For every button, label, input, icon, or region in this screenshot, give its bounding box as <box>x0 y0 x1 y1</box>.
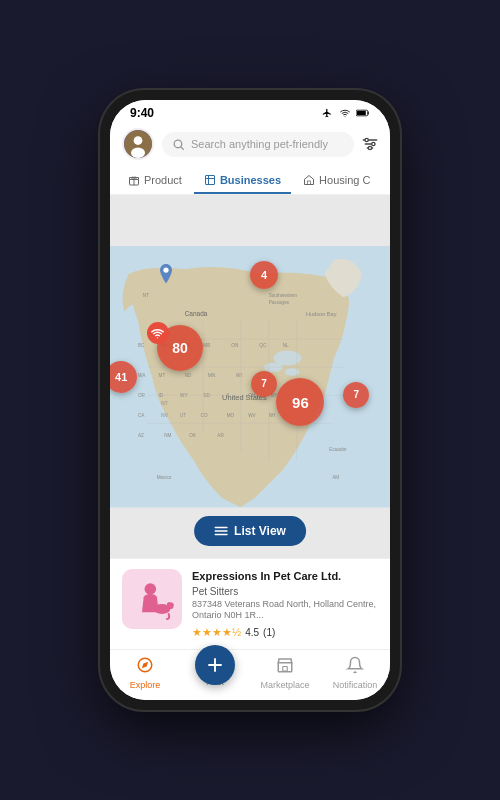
svg-text:Southwestern: Southwestern <box>269 293 298 298</box>
bottom-nav: Explore Post <box>110 649 390 700</box>
svg-text:NT: NT <box>161 401 167 406</box>
phone-screen: 9:40 <box>110 100 390 700</box>
svg-text:QC: QC <box>259 343 267 348</box>
svg-point-11 <box>368 146 371 149</box>
svg-text:NH: NH <box>269 413 276 418</box>
svg-text:ON: ON <box>231 343 238 348</box>
svg-rect-1 <box>357 111 366 115</box>
tab-housing-label: Housing C <box>319 174 370 186</box>
svg-text:IL: IL <box>227 393 231 398</box>
svg-text:WY: WY <box>180 393 188 398</box>
svg-text:Ecuador: Ecuador <box>329 447 347 452</box>
building-icon <box>204 174 216 186</box>
svg-rect-81 <box>283 667 288 672</box>
search-bar[interactable]: Search anything pet-friendly <box>162 132 354 157</box>
wifi-pin <box>147 322 169 344</box>
bell-icon <box>346 656 364 678</box>
svg-text:CO: CO <box>201 413 208 418</box>
svg-text:CA: CA <box>138 413 145 418</box>
svg-text:Mexico: Mexico <box>157 475 172 480</box>
svg-text:MB: MB <box>203 343 210 348</box>
phone-device: 9:40 <box>100 90 400 710</box>
business-card-content: Expressions In Pet Care Ltd. Pet Sitters… <box>192 569 378 639</box>
tab-product[interactable]: Product <box>118 168 192 194</box>
header: Search anything pet-friendly <box>110 124 390 168</box>
rating-count: (1) <box>263 627 275 638</box>
svg-text:WI: WI <box>236 373 242 378</box>
status-bar: 9:40 <box>110 100 390 124</box>
filter-icon <box>362 137 378 151</box>
svg-text:Canada: Canada <box>185 310 208 317</box>
filter-button[interactable] <box>362 137 378 151</box>
tab-businesses[interactable]: Businesses <box>194 168 291 194</box>
gift-icon <box>128 174 140 186</box>
nav-marketplace-label: Marketplace <box>260 680 309 690</box>
post-fab-button[interactable] <box>195 645 235 685</box>
svg-point-19 <box>285 368 300 375</box>
list-view-button[interactable]: List View <box>194 516 306 546</box>
svg-text:AM: AM <box>332 475 339 480</box>
svg-point-3 <box>134 136 143 145</box>
svg-text:OK: OK <box>189 433 197 438</box>
home-icon <box>303 174 315 186</box>
nav-explore-label: Explore <box>130 680 161 690</box>
svg-text:ID: ID <box>159 393 164 398</box>
svg-point-4 <box>131 148 145 159</box>
nav-notifications[interactable]: Notification <box>320 656 390 690</box>
svg-text:NT: NT <box>143 293 149 298</box>
rating-stars: ★★★★½ <box>192 626 241 639</box>
svg-text:WV: WV <box>248 413 256 418</box>
business-rating: ★★★★½ 4.5 (1) <box>192 626 378 639</box>
status-icons <box>320 108 370 118</box>
svg-text:WA: WA <box>138 373 146 378</box>
nav-explore[interactable]: Explore <box>110 656 180 690</box>
map-cluster-4[interactable]: 4 <box>250 261 278 289</box>
svg-text:NV: NV <box>161 413 168 418</box>
rating-value: 4.5 <box>245 627 259 638</box>
map-cluster-7-left[interactable]: 7 <box>251 371 277 397</box>
tab-housing[interactable]: Housing C <box>293 168 380 194</box>
nav-post-spacer: Post <box>180 659 250 687</box>
svg-text:SD: SD <box>203 393 210 398</box>
list-icon <box>214 525 228 537</box>
avatar-image <box>124 130 152 158</box>
location-pin <box>157 264 175 293</box>
svg-point-76 <box>170 603 173 606</box>
tabs-bar: Product Businesses Housing C <box>110 168 390 195</box>
nav-marketplace[interactable]: Marketplace <box>250 656 320 690</box>
search-icon <box>172 138 185 151</box>
svg-text:OH: OH <box>248 393 255 398</box>
svg-point-73 <box>145 583 157 595</box>
business-card[interactable]: Expressions In Pet Care Ltd. Pet Sitters… <box>110 558 390 649</box>
business-category: Pet Sitters <box>192 586 378 597</box>
map-area[interactable]: Canada United States BC AB SK MB ON QC N… <box>110 195 390 558</box>
svg-text:Passages: Passages <box>269 300 290 305</box>
list-view-label: List View <box>234 524 286 538</box>
svg-point-10 <box>372 142 375 145</box>
business-card-image <box>122 569 182 629</box>
svg-text:MO: MO <box>227 413 235 418</box>
tab-product-label: Product <box>144 174 182 186</box>
business-name: Expressions In Pet Care Ltd. <box>192 569 378 583</box>
business-logo <box>127 574 177 624</box>
svg-text:OR: OR <box>138 393 146 398</box>
svg-text:NM: NM <box>164 433 171 438</box>
svg-text:AR: AR <box>217 433 224 438</box>
svg-text:AZ: AZ <box>138 433 144 438</box>
store-icon <box>276 656 294 678</box>
svg-rect-13 <box>205 176 214 185</box>
map-background: Canada United States BC AB SK MB ON QC N… <box>110 195 390 558</box>
svg-point-9 <box>365 138 368 141</box>
svg-text:BC: BC <box>138 343 145 348</box>
nav-notifications-label: Notification <box>333 680 378 690</box>
tab-businesses-label: Businesses <box>220 174 281 186</box>
svg-point-77 <box>167 603 170 606</box>
battery-icon <box>356 108 370 118</box>
map-cluster-96[interactable]: 96 <box>276 378 324 426</box>
svg-text:ND: ND <box>185 373 192 378</box>
wifi-icon <box>338 108 352 118</box>
svg-text:UT: UT <box>180 413 186 418</box>
svg-text:MN: MN <box>208 373 215 378</box>
map-cluster-7-right[interactable]: 7 <box>343 382 369 408</box>
avatar-button[interactable] <box>122 128 154 160</box>
